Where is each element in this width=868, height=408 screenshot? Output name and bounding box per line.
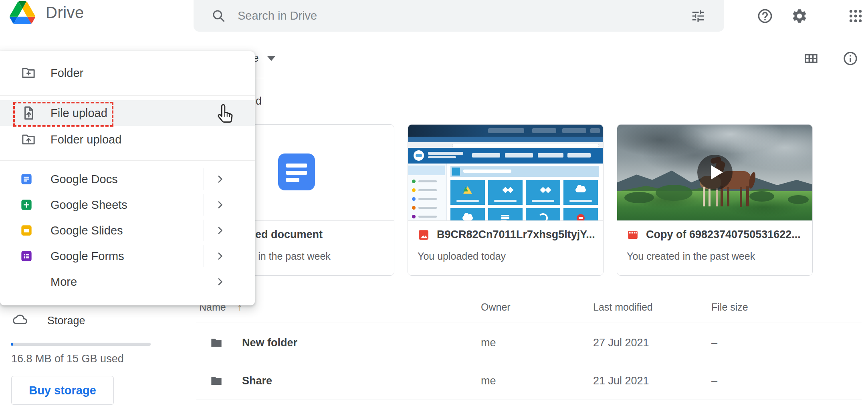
file-modified: 21 Jul 2021 <box>593 375 649 387</box>
google-slides-icon <box>20 224 33 237</box>
storage-usage-text: 16.8 MB of 15 GB used <box>11 353 124 365</box>
file-owner: me <box>481 375 496 387</box>
menu-item-google-docs[interactable]: Google Docs <box>0 166 255 192</box>
image-thumbnail <box>408 125 603 220</box>
card-subtitle: You uploaded today <box>418 250 506 262</box>
card-title: B9CR82Cn7011Lr7xhsg5ltyjY... <box>437 228 595 241</box>
menu-item-google-sheets[interactable]: Google Sheets <box>0 192 255 218</box>
menu-item-google-slides[interactable]: Google Slides <box>0 218 255 243</box>
storage-cloud-icon <box>10 312 30 327</box>
menu-item-label: Google Docs <box>50 173 118 186</box>
new-folder-icon <box>20 65 37 81</box>
list-divider <box>196 323 862 323</box>
file-size: – <box>711 375 717 387</box>
menu-item-google-forms[interactable]: Google Forms <box>0 243 255 269</box>
search-bar[interactable] <box>194 0 724 32</box>
storage-progress-used <box>11 343 13 346</box>
card-footer: Copy of 69823740750531622... You created… <box>617 220 812 275</box>
buy-storage-label: Buy storage <box>29 384 96 397</box>
header-actions <box>756 0 868 32</box>
list-divider <box>196 361 862 361</box>
file-modified: 27 Jul 2021 <box>593 337 649 349</box>
chevron-right-icon <box>214 199 226 211</box>
google-docs-icon <box>278 154 315 190</box>
menu-item-label: Google Sheets <box>50 198 127 212</box>
settings-gear-icon[interactable] <box>791 7 808 25</box>
search-input[interactable] <box>237 9 690 23</box>
menu-item-folder-upload[interactable]: Folder upload <box>0 127 255 152</box>
search-options-icon[interactable] <box>690 8 706 24</box>
menu-divider <box>0 95 255 96</box>
column-header-modified[interactable]: Last modified <box>593 301 653 313</box>
card-title: Copy of 69823740750531622... <box>646 228 801 241</box>
card-footer: B9CR82Cn7011Lr7xhsg5ltyjY... You uploade… <box>408 220 603 275</box>
storage-progress-bar <box>11 343 151 346</box>
help-icon[interactable] <box>756 7 774 25</box>
chevron-right-icon <box>214 276 226 288</box>
menu-separator <box>204 220 204 241</box>
buy-storage-button[interactable]: Buy storage <box>11 376 114 405</box>
file-name: Share <box>242 375 272 387</box>
video-file-icon <box>627 229 639 241</box>
grid-view-icon[interactable] <box>802 51 820 66</box>
card-subtitle: You created in the past week <box>627 250 755 262</box>
menu-item-label: Google Slides <box>50 224 123 237</box>
menu-item-label: Folder upload <box>50 133 121 146</box>
new-menu: Folder File upload Folder upload <box>0 51 255 305</box>
chevron-right-icon <box>214 173 226 185</box>
folder-upload-icon <box>20 131 37 147</box>
folder-icon <box>209 374 224 387</box>
view-controls <box>802 39 858 78</box>
file-size: – <box>711 337 717 349</box>
folder-icon <box>209 336 224 349</box>
drive-triangle-icon <box>10 1 35 24</box>
annotation-red-dashed-box <box>13 102 113 127</box>
menu-separator <box>204 245 204 267</box>
menu-separator <box>204 194 204 216</box>
menu-item-label: More <box>50 275 77 289</box>
toolbar-divider <box>199 78 868 78</box>
column-header-size[interactable]: File size <box>711 301 748 313</box>
google-forms-icon <box>20 250 33 263</box>
menu-separator <box>204 168 204 190</box>
image-file-icon <box>418 229 430 241</box>
file-name: New folder <box>242 337 297 349</box>
chevron-down-icon <box>267 56 276 61</box>
menu-item-label: Google Forms <box>50 250 124 263</box>
info-icon[interactable] <box>842 50 858 67</box>
file-owner: me <box>481 337 496 349</box>
menu-item-folder[interactable]: Folder <box>0 60 255 86</box>
suggested-card-image[interactable]: B9CR82Cn7011Lr7xhsg5ltyjY... You uploade… <box>408 124 604 276</box>
suggested-card-video[interactable]: Copy of 69823740750531622... You created… <box>617 124 813 276</box>
menu-divider <box>0 160 255 161</box>
column-header-owner[interactable]: Owner <box>481 301 511 313</box>
menu-item-label: Folder <box>50 67 83 80</box>
app-launcher-icon[interactable] <box>847 7 864 25</box>
app-header: Drive <box>0 0 868 39</box>
chevron-right-icon <box>214 250 226 262</box>
search-icon[interactable] <box>211 8 226 24</box>
google-drive-app: Drive <box>0 0 868 408</box>
google-docs-icon <box>20 173 33 186</box>
video-thumbnail <box>617 125 812 220</box>
drive-logo[interactable]: Drive <box>10 1 84 24</box>
app-title: Drive <box>46 4 84 22</box>
chevron-right-icon <box>214 224 226 236</box>
storage-label: Storage <box>47 315 85 327</box>
list-divider <box>196 400 862 400</box>
menu-item-more[interactable]: More <box>0 269 255 295</box>
play-button-icon[interactable] <box>697 155 733 190</box>
google-sheets-icon <box>20 198 33 211</box>
